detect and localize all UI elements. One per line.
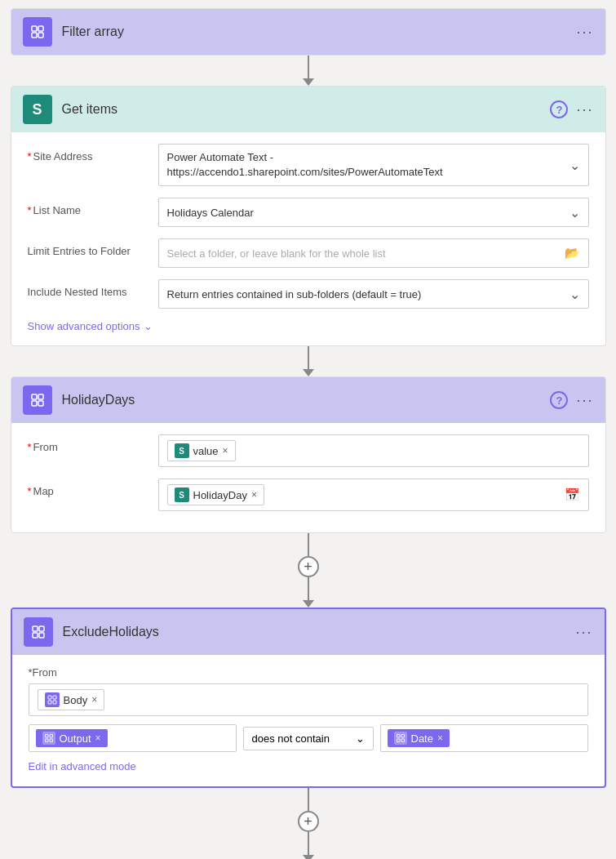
holidayday-chip-close[interactable]: ×	[251, 489, 257, 501]
plus-arrow-head-2	[303, 855, 314, 859]
svg-rect-10	[33, 633, 38, 638]
site-address-row: *Site Address Power Automate Text - http…	[28, 144, 589, 186]
svg-rect-3	[38, 33, 43, 38]
connector-1	[0, 56, 616, 86]
holidayday-chip-icon: S	[175, 487, 189, 502]
plus-arrow-line-1	[308, 533, 309, 556]
svg-rect-7	[38, 401, 43, 406]
holidaydays-map-row: *Map S HolidayDay × 📅	[28, 478, 589, 511]
list-name-row: *List Name Holidays Calendar ⌄	[28, 198, 589, 227]
holidaydays-from-input[interactable]: S value ×	[158, 434, 589, 467]
condition-dropdown-arrow: ⌄	[356, 732, 365, 745]
date-chip-container[interactable]: Date ×	[380, 724, 588, 752]
value-chip-close[interactable]: ×	[223, 445, 228, 456]
svg-rect-5	[38, 394, 43, 399]
add-step-button-1[interactable]: +	[298, 556, 319, 577]
holidaydays-from-row: *From S value ×	[28, 434, 589, 467]
svg-rect-21	[401, 735, 405, 738]
exclude-holidays-card: ExcludeHolidays ··· *From	[11, 608, 606, 788]
body-chip-close[interactable]: ×	[91, 694, 97, 705]
holidaydays-map-label: *Map	[28, 478, 158, 497]
holidaydays-header: HolidayDays ? ···	[11, 377, 605, 423]
limit-entries-label: Limit Entries to Folder	[28, 238, 158, 257]
plus-arrow-line-2	[308, 577, 309, 600]
plus-connector-2: +	[298, 788, 319, 859]
add-step-button-2[interactable]: +	[298, 811, 319, 832]
edit-advanced-button[interactable]: Edit in advanced mode	[29, 760, 136, 772]
filter-array-icon	[23, 17, 52, 47]
exclude-holidays-header: ExcludeHolidays ···	[12, 609, 605, 655]
output-chip-icon	[42, 732, 55, 745]
holidaydays-card: HolidayDays ? ··· *From S value ×	[11, 376, 606, 533]
value-chip[interactable]: S value ×	[167, 440, 236, 461]
filter-array-card: Filter array ···	[11, 8, 606, 56]
holidaydays-map-input[interactable]: S HolidayDay × 📅	[158, 478, 589, 511]
folder-icon: 📂	[565, 246, 580, 260]
arrow-line-1	[308, 56, 309, 78]
list-name-input[interactable]: Holidays Calendar ⌄	[158, 198, 589, 227]
svg-rect-22	[397, 739, 400, 742]
filter-array-header: Filter array ···	[11, 9, 605, 55]
get-items-help-icon[interactable]: ?	[550, 100, 568, 118]
output-chip[interactable]: Output ×	[36, 729, 108, 747]
svg-rect-18	[45, 739, 48, 742]
exclude-holidays-title: ExcludeHolidays	[63, 625, 576, 639]
show-advanced-button[interactable]: Show advanced options ⌄	[28, 320, 589, 332]
svg-rect-17	[50, 735, 53, 738]
value-chip-icon: S	[175, 443, 189, 458]
exclude-holidays-more-icon[interactable]: ···	[575, 624, 592, 641]
connector-2	[0, 346, 616, 376]
holidaydays-help-icon[interactable]: ?	[550, 391, 568, 409]
holidayday-chip[interactable]: S HolidayDay ×	[167, 484, 265, 505]
svg-rect-2	[32, 33, 37, 38]
svg-rect-4	[32, 394, 37, 399]
body-chip-icon	[45, 692, 60, 707]
plus-arrow-line-3	[308, 788, 309, 811]
filter-array-title: Filter array	[62, 24, 577, 39]
svg-rect-0	[32, 26, 37, 31]
include-nested-dropdown-arrow: ⌄	[569, 287, 580, 302]
svg-rect-11	[39, 633, 44, 638]
get-items-more-icon[interactable]: ···	[576, 101, 593, 118]
date-chip-close[interactable]: ×	[437, 732, 443, 744]
svg-rect-1	[38, 26, 43, 31]
site-address-input[interactable]: Power Automate Text - https://accendo1.s…	[158, 144, 589, 186]
plus-connector-1: +	[298, 533, 319, 608]
plus-arrow-line-4	[308, 832, 309, 855]
get-items-card: S Get items ? ··· *Site Address Power Au…	[11, 86, 606, 346]
holidaydays-body: *From S value × *Map S	[11, 423, 605, 532]
svg-rect-8	[33, 626, 38, 631]
site-address-dropdown-arrow: ⌄	[569, 158, 580, 173]
holidaydays-from-label: *From	[28, 434, 158, 453]
limit-entries-row: Limit Entries to Folder Select a folder,…	[28, 238, 589, 268]
arrow-head-2	[303, 369, 314, 376]
limit-entries-input[interactable]: Select a folder, or leave blank for the …	[158, 238, 589, 268]
exclude-from-input[interactable]: Body ×	[29, 683, 588, 716]
plus-arrow-head-1	[303, 600, 314, 608]
holidaydays-more-icon[interactable]: ···	[576, 392, 593, 409]
svg-rect-14	[48, 701, 51, 704]
list-name-dropdown-arrow: ⌄	[569, 205, 580, 220]
calendar-icon: 📅	[565, 487, 580, 502]
holidaydays-icon	[23, 385, 52, 415]
include-nested-input[interactable]: Return entries contained in sub-folders …	[158, 279, 589, 309]
include-nested-row: Include Nested Items Return entries cont…	[28, 279, 589, 309]
filter-condition-dropdown[interactable]: does not contain ⌄	[243, 727, 374, 750]
get-items-icon: S	[23, 95, 52, 124]
svg-rect-13	[53, 696, 56, 699]
holidaydays-title: HolidayDays	[62, 393, 551, 407]
date-chip[interactable]: Date ×	[388, 729, 450, 747]
output-chip-close[interactable]: ×	[95, 732, 101, 744]
list-name-label: *List Name	[28, 198, 158, 216]
show-advanced-chevron: ⌄	[144, 320, 153, 332]
filter-condition-row: Output × does not contain ⌄	[29, 724, 588, 752]
output-chip-container[interactable]: Output ×	[29, 724, 237, 752]
exclude-holidays-icon	[24, 617, 53, 647]
arrow-head-1	[303, 78, 314, 86]
exclude-holidays-actions: ···	[575, 624, 592, 641]
svg-rect-23	[401, 739, 405, 742]
filter-array-more-icon[interactable]: ···	[576, 24, 593, 41]
exclude-from-label: *From	[29, 666, 588, 679]
body-chip[interactable]: Body ×	[38, 689, 105, 710]
svg-rect-9	[39, 626, 44, 631]
